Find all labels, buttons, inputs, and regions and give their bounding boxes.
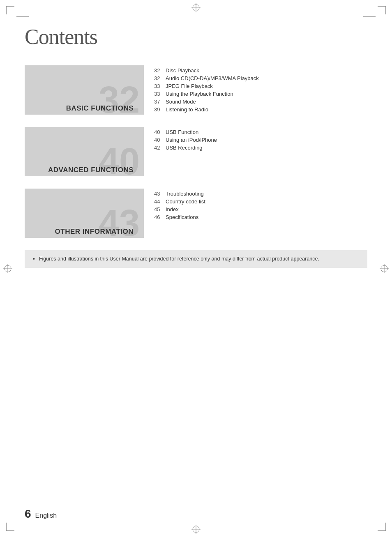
toc-page-number: 33	[154, 83, 166, 89]
toc-item: 46Specifications	[154, 214, 205, 220]
toc-page-text: Using an iPod/iPhone	[166, 137, 217, 143]
footer-lang: English	[35, 512, 57, 519]
toc-page-text: Index	[166, 206, 179, 212]
note-box: • Figures and illustrations in this User…	[25, 250, 367, 268]
toc-item: 37Sound Mode	[154, 99, 259, 105]
toc-item: 43Troubleshooting	[154, 191, 205, 197]
toc-page-number: 44	[154, 198, 166, 205]
section-row-basic-functions: BASIC FUNCTIONS3232Disc Playback32Audio …	[25, 65, 367, 115]
section-content-other-information: 43Troubleshooting44Country code list45In…	[154, 189, 205, 222]
toc-item: 39Listening to Radio	[154, 106, 259, 113]
note-text: Figures and illustrations in this User M…	[39, 255, 319, 263]
toc-page-text: Using the Playback Function	[166, 91, 233, 97]
section-content-basic-functions: 32Disc Playback32Audio CD(CD-DA)/MP3/WMA…	[154, 65, 259, 114]
note-bullet: •	[33, 256, 35, 262]
corner-mark-tl	[6, 6, 14, 14]
toc-page-number: 46	[154, 214, 166, 220]
corner-mark-bl	[6, 523, 14, 531]
section-row-advanced-functions: ADVANCED FUNCTIONS4040USB Function40Usin…	[25, 127, 367, 176]
toc-page-number: 40	[154, 129, 166, 135]
toc-page-text: Troubleshooting	[166, 191, 204, 197]
toc-page-text: Specifications	[166, 214, 198, 220]
section-box-advanced-functions: ADVANCED FUNCTIONS40	[25, 127, 144, 176]
toc-page-text: Audio CD(CD-DA)/MP3/WMA Playback	[166, 75, 259, 81]
toc-item: 40USB Function	[154, 129, 217, 135]
section-content-advanced-functions: 40USB Function40Using an iPod/iPhone42US…	[154, 127, 217, 152]
toc-page-text: Sound Mode	[166, 99, 196, 105]
toc-page-number: 32	[154, 75, 166, 81]
toc-page-number: 42	[154, 145, 166, 151]
toc-page-text: Country code list	[166, 198, 205, 205]
toc-page-number: 43	[154, 191, 166, 197]
toc-item: 32Disc Playback	[154, 67, 259, 74]
h-line-top	[16, 16, 29, 17]
toc-page-number: 32	[154, 67, 166, 74]
page-footer: 6 English	[25, 507, 57, 521]
section-row-other-information: OTHER INFORMATION4343Troubleshooting44Co…	[25, 189, 367, 238]
h-line-bottom-right	[363, 508, 376, 508]
toc-item: 42USB Recording	[154, 145, 217, 151]
toc-item: 44Country code list	[154, 198, 205, 205]
reg-mark-bottom	[191, 525, 201, 534]
sections-container: BASIC FUNCTIONS3232Disc Playback32Audio …	[25, 65, 367, 238]
footer-number: 6	[25, 507, 31, 521]
reg-mark-top	[191, 3, 201, 12]
toc-page-number: 37	[154, 99, 166, 105]
toc-page-text: JPEG File Playback	[166, 83, 213, 89]
corner-mark-tr	[378, 6, 386, 14]
section-title-basic-functions: BASIC FUNCTIONS	[31, 104, 138, 113]
toc-page-number: 39	[154, 106, 166, 113]
h-line-top-right	[363, 16, 376, 17]
toc-page-text: USB Recording	[166, 145, 203, 151]
corner-mark-br	[378, 523, 386, 531]
toc-page-text: USB Function	[166, 129, 198, 135]
section-box-basic-functions: BASIC FUNCTIONS32	[25, 65, 144, 115]
section-title-other-information: OTHER INFORMATION	[31, 228, 138, 236]
toc-page-text: Disc Playback	[166, 67, 199, 74]
toc-item: 33Using the Playback Function	[154, 91, 259, 97]
page-container: Contents BASIC FUNCTIONS3232Disc Playbac…	[0, 0, 392, 537]
reg-mark-left	[3, 264, 12, 273]
section-box-other-information: OTHER INFORMATION43	[25, 189, 144, 238]
page-title: Contents	[25, 25, 367, 49]
toc-item: 33JPEG File Playback	[154, 83, 259, 89]
toc-page-number: 33	[154, 91, 166, 97]
toc-page-text: Listening to Radio	[166, 106, 208, 113]
toc-page-number: 45	[154, 206, 166, 212]
toc-item: 45Index	[154, 206, 205, 212]
toc-item: 40Using an iPod/iPhone	[154, 137, 217, 143]
toc-item: 32Audio CD(CD-DA)/MP3/WMA Playback	[154, 75, 259, 81]
reg-mark-right	[380, 264, 389, 273]
toc-page-number: 40	[154, 137, 166, 143]
section-title-advanced-functions: ADVANCED FUNCTIONS	[31, 166, 138, 174]
